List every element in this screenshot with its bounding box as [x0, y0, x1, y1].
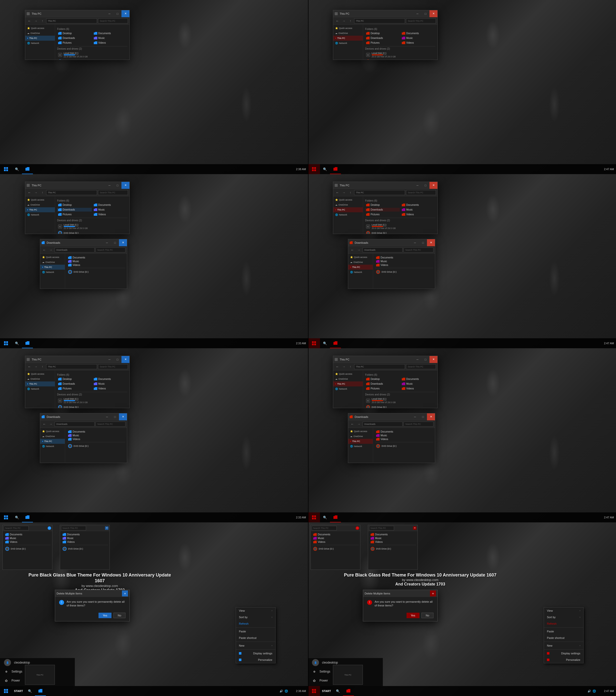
- sidebar-network-2[interactable]: 🌐 Network: [333, 41, 363, 46]
- partial-search-7b[interactable]: Search This PC: [61, 526, 86, 531]
- drv-d-6[interactable]: DVD Drive (D:): [365, 405, 435, 408]
- dl-documents-3[interactable]: Documents: [67, 256, 125, 259]
- dialog-yes-7[interactable]: Yes: [98, 613, 112, 618]
- search-taskbar-1[interactable]: 🔍: [12, 164, 22, 174]
- folder-music[interactable]: Music: [93, 36, 127, 40]
- dl-od-4[interactable]: ☁OneDrive: [348, 260, 373, 265]
- folder-videos-2[interactable]: Videos: [401, 41, 435, 45]
- search-bar-2[interactable]: Search This PC: [406, 18, 436, 23]
- drive-d[interactable]: DVD Drive (D:): [57, 59, 127, 60]
- max-dl-5[interactable]: □: [111, 413, 119, 420]
- search-taskbar-2[interactable]: 🔍: [320, 164, 330, 174]
- drive-c[interactable]: C Local Disk (C:) 22.9 GB free of 29.5 G…: [57, 51, 127, 59]
- dl-qa-6[interactable]: ⭐Quick access: [348, 429, 373, 434]
- fd-docs-4[interactable]: Documents: [401, 203, 435, 207]
- min-6[interactable]: ─: [414, 356, 421, 363]
- ctx-refresh-7[interactable]: Refresh: [236, 620, 275, 627]
- fd-doc-6[interactable]: Documents: [401, 377, 435, 381]
- srch-5[interactable]: Search This PC: [98, 364, 128, 369]
- p7b-dvd[interactable]: DVD Drive (D:): [62, 546, 108, 552]
- back-dl-4[interactable]: ←: [350, 247, 355, 253]
- dl-v-5[interactable]: Videos: [67, 437, 125, 441]
- address-bar-3[interactable]: This PC: [46, 190, 97, 195]
- ctx-new-8[interactable]: New›: [544, 642, 583, 649]
- dialog-yes-8[interactable]: Yes: [406, 613, 420, 618]
- dl-dvd-5[interactable]: DVD Drive (D:): [67, 443, 125, 449]
- downloads-search-3[interactable]: Search This PC: [96, 248, 126, 252]
- dl-net-4[interactable]: 🌐Network: [348, 270, 373, 275]
- ctx-sortby-7[interactable]: Sort by›: [236, 614, 275, 620]
- sidebar-quick-access-2[interactable]: ⭐ Quick access: [333, 26, 363, 31]
- sb-qa-6[interactable]: ⭐Quick access: [333, 371, 363, 377]
- min-5[interactable]: ─: [106, 356, 113, 363]
- min-dl-4[interactable]: ─: [411, 239, 419, 246]
- dl-dvd-3[interactable]: DVD Drive (D:): [67, 269, 125, 275]
- dl-d-6[interactable]: Documents: [375, 430, 433, 433]
- sidebar-onedrive[interactable]: ☁ OneDrive: [25, 31, 55, 36]
- p8b-doc[interactable]: Documents: [370, 533, 416, 536]
- tb-exp-7[interactable]: [35, 686, 46, 696]
- search-bar-1[interactable]: Search This PC: [98, 18, 128, 23]
- drv-c-5[interactable]: C Local Disk (C:) 22.9 GB free of 29.5 G…: [57, 397, 127, 405]
- search-4[interactable]: Search This PC: [406, 190, 436, 195]
- fd-dl-6[interactable]: Downloads: [365, 382, 400, 386]
- dl-addr-4[interactable]: Downloads: [362, 248, 403, 252]
- folder-music-3[interactable]: Music: [93, 208, 127, 211]
- folder-videos[interactable]: Videos: [93, 41, 127, 45]
- folder-downloads[interactable]: Downloads: [57, 36, 92, 40]
- back-5[interactable]: ←: [27, 364, 32, 369]
- close-btn-1[interactable]: ✕: [121, 10, 129, 17]
- sidebar-quick-access-3[interactable]: ⭐ Quick access: [25, 197, 55, 202]
- minimize-btn-3[interactable]: ─: [106, 182, 113, 189]
- drive-c-4[interactable]: C Local Disk (C:) 20.6 GB free of 29.5 G…: [365, 223, 435, 230]
- forward-downloads-3[interactable]: →: [48, 247, 54, 253]
- dl-qa-4[interactable]: ⭐Quick access: [348, 255, 373, 260]
- addr-dl-5[interactable]: Downloads: [54, 422, 95, 427]
- tb-exp-5[interactable]: [22, 512, 33, 522]
- sb-pc-4[interactable]: This PC: [333, 207, 363, 212]
- fd-music-4[interactable]: Music: [401, 208, 435, 211]
- address-4[interactable]: This PC: [354, 190, 405, 195]
- drv-c-6[interactable]: C Local Disk (C:) 20.6 GB free of 29.5 G…: [365, 397, 435, 405]
- fd-dl-4[interactable]: Downloads: [365, 208, 400, 211]
- partial-search-8a[interactable]: Search This PC: [312, 526, 337, 531]
- taskbar-explorer-3[interactable]: [22, 338, 33, 348]
- sb-net-6[interactable]: 🌐Network: [333, 386, 363, 391]
- sb-od-5[interactable]: ☁OneDrive: [25, 377, 55, 381]
- fd-vid-6[interactable]: Videos: [401, 387, 435, 391]
- close-downloads-3[interactable]: ✕: [119, 239, 127, 246]
- addr-6[interactable]: This PC: [354, 364, 405, 369]
- sb-od-6[interactable]: ☁OneDrive: [333, 377, 363, 381]
- start-btn-8[interactable]: [308, 686, 320, 696]
- explorer-taskbar-icon-1[interactable]: [22, 164, 33, 174]
- p7b-mus[interactable]: Music: [62, 536, 108, 540]
- fwd-5[interactable]: →: [33, 364, 39, 369]
- dl-mus-4[interactable]: Music: [375, 259, 433, 263]
- fd-pic-5[interactable]: Pictures: [57, 387, 92, 391]
- srch-6b[interactable]: 🔍: [320, 512, 330, 522]
- maximize-btn-1[interactable]: □: [113, 10, 121, 17]
- ctx-sortby-8[interactable]: Sort by›: [544, 614, 583, 620]
- forward-btn-3[interactable]: →: [33, 190, 39, 195]
- drive-d-2[interactable]: DVD Drive (D:): [365, 59, 435, 60]
- dl-d-5[interactable]: Documents: [67, 430, 125, 433]
- back-downloads-3[interactable]: ←: [42, 247, 47, 253]
- p7a-mus[interactable]: Music: [4, 536, 51, 540]
- partial-search-7a[interactable]: Search This PC: [4, 526, 29, 531]
- dl-pc-5[interactable]: This PC: [40, 439, 65, 444]
- srch-5b[interactable]: 🔍: [12, 512, 22, 522]
- folder-documents-2[interactable]: Documents: [401, 31, 435, 35]
- folder-pictures-2[interactable]: Pictures: [365, 41, 400, 45]
- dl-music-3[interactable]: Music: [67, 259, 125, 263]
- p8b-dvd[interactable]: DVD Drive (D:): [370, 546, 416, 552]
- fd-dsk-6[interactable]: Desktop: [365, 377, 400, 381]
- ctx-view-7[interactable]: View›: [236, 607, 275, 614]
- fd-dl-5[interactable]: Downloads: [57, 382, 92, 386]
- back-btn-3[interactable]: ←: [27, 190, 32, 195]
- minimize-btn-2[interactable]: ─: [414, 10, 421, 17]
- sb-pc-6[interactable]: This PC: [333, 381, 363, 386]
- fd-doc-5[interactable]: Documents: [93, 377, 127, 381]
- partial-maximize-btn-7a[interactable]: □: [48, 526, 51, 530]
- folder-downloads-2[interactable]: Downloads: [365, 36, 400, 40]
- dl-qa-5[interactable]: ⭐Quick access: [40, 429, 65, 434]
